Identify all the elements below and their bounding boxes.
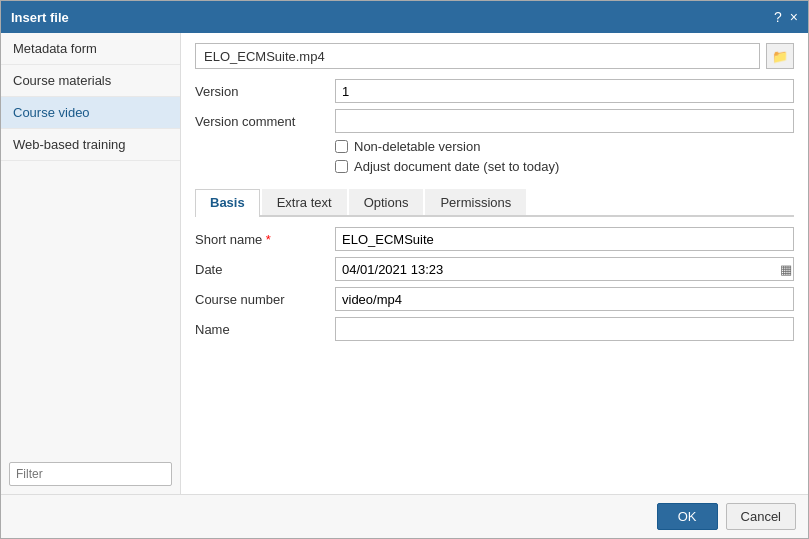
adjust-date-checkbox[interactable]	[335, 160, 348, 173]
version-comment-row: Version comment	[195, 109, 794, 133]
sidebar-item-course-materials-label: Course materials	[13, 73, 111, 88]
sidebar-item-course-video[interactable]: Course video	[1, 97, 180, 129]
version-comment-label: Version comment	[195, 114, 335, 129]
help-button[interactable]: ?	[774, 10, 782, 24]
header-controls: ? ×	[774, 10, 798, 24]
short-name-label: Short name *	[195, 232, 335, 247]
sidebar-item-metadata-form-label: Metadata form	[13, 41, 97, 56]
sidebar-item-course-video-label: Course video	[13, 105, 90, 120]
name-input[interactable]	[335, 317, 794, 341]
short-name-input[interactable]	[335, 227, 794, 251]
tab-basis[interactable]: Basis	[195, 189, 260, 217]
sidebar-item-metadata-form[interactable]: Metadata form	[1, 33, 180, 65]
tab-basis-label: Basis	[210, 195, 245, 210]
course-number-input[interactable]	[335, 287, 794, 311]
calendar-icon[interactable]: ▦	[780, 262, 792, 277]
file-input[interactable]	[195, 43, 760, 69]
tab-options-label: Options	[364, 195, 409, 210]
sidebar-filter	[1, 454, 180, 494]
cancel-button[interactable]: Cancel	[726, 503, 796, 530]
sidebar-items: Metadata form Course materials Course vi…	[1, 33, 180, 161]
close-button[interactable]: ×	[790, 10, 798, 24]
dialog-body: Metadata form Course materials Course vi…	[1, 33, 808, 494]
sidebar-item-web-based-training-label: Web-based training	[13, 137, 126, 152]
ok-button[interactable]: OK	[657, 503, 718, 530]
version-input[interactable]	[335, 79, 794, 103]
tab-extra-text-label: Extra text	[277, 195, 332, 210]
name-label: Name	[195, 322, 335, 337]
version-label: Version	[195, 84, 335, 99]
tabs-bar: Basis Extra text Options Permissions	[195, 189, 794, 217]
filter-input[interactable]	[9, 462, 172, 486]
tab-permissions[interactable]: Permissions	[425, 189, 526, 215]
version-comment-input[interactable]	[335, 109, 794, 133]
version-row: Version	[195, 79, 794, 103]
folder-icon: 📁	[772, 49, 788, 64]
file-row: 📁	[195, 43, 794, 69]
date-input[interactable]	[335, 257, 794, 281]
sidebar-item-course-materials[interactable]: Course materials	[1, 65, 180, 97]
short-name-row: Short name *	[195, 227, 794, 251]
dialog-footer: OK Cancel	[1, 494, 808, 538]
tab-permissions-label: Permissions	[440, 195, 511, 210]
date-row: Date ▦	[195, 257, 794, 281]
insert-file-dialog: Insert file ? × Metadata form Course mat…	[0, 0, 809, 539]
sidebar-item-web-based-training[interactable]: Web-based training	[1, 129, 180, 161]
tab-extra-text[interactable]: Extra text	[262, 189, 347, 215]
dialog-title: Insert file	[11, 10, 69, 25]
non-deletable-checkbox[interactable]	[335, 140, 348, 153]
course-number-label: Course number	[195, 292, 335, 307]
non-deletable-label: Non-deletable version	[354, 139, 480, 154]
sidebar: Metadata form Course materials Course vi…	[1, 33, 181, 494]
dialog-header: Insert file ? ×	[1, 1, 808, 33]
tab-content-basis: Short name * Date ▦ Course number	[195, 227, 794, 484]
tab-options[interactable]: Options	[349, 189, 424, 215]
date-input-wrapper: ▦	[335, 257, 794, 281]
adjust-date-label: Adjust document date (set to today)	[354, 159, 559, 174]
file-browse-button[interactable]: 📁	[766, 43, 794, 69]
non-deletable-row: Non-deletable version	[335, 139, 794, 154]
adjust-date-row: Adjust document date (set to today)	[335, 159, 794, 174]
course-number-row: Course number	[195, 287, 794, 311]
required-indicator: *	[266, 232, 271, 247]
main-content: 📁 Version Version comment Non-deletable …	[181, 33, 808, 494]
date-label: Date	[195, 262, 335, 277]
name-row: Name	[195, 317, 794, 341]
